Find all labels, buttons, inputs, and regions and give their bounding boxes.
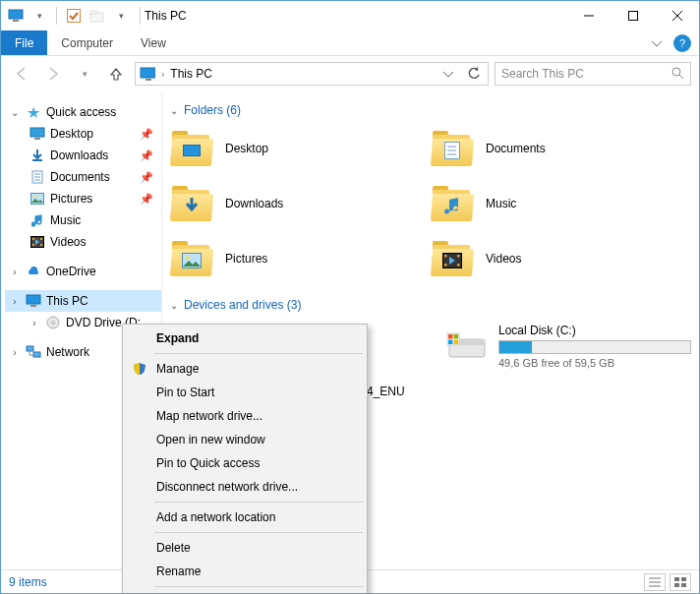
qat-dropdown-icon[interactable]: ▾	[29, 5, 50, 27]
up-button[interactable]	[103, 61, 129, 87]
menu-map-drive[interactable]: Map network drive...	[125, 404, 365, 428]
tree-downloads[interactable]: Downloads📌	[5, 145, 161, 166]
details-view-icon[interactable]	[644, 573, 666, 591]
label: Pictures	[225, 252, 267, 266]
folder-documents[interactable]: Documents	[431, 125, 691, 172]
folder-desktop[interactable]: Desktop	[170, 125, 431, 172]
icons-view-icon[interactable]	[670, 573, 691, 591]
svg-point-21	[34, 196, 37, 199]
svg-rect-43	[444, 264, 447, 267]
svg-rect-42	[444, 255, 447, 258]
folder-pictures[interactable]: Pictures	[170, 235, 431, 282]
refresh-icon[interactable]	[464, 67, 484, 81]
folder-music[interactable]: Music	[431, 180, 691, 227]
picture-icon	[29, 193, 46, 205]
maximize-button[interactable]	[611, 1, 655, 30]
address-dropdown-icon[interactable]	[438, 69, 458, 79]
menu-separator	[154, 586, 363, 587]
menu-pin-quick-access[interactable]: Pin to Quick access	[125, 451, 365, 475]
drives-section-header[interactable]: ⌄Devices and drives (3)	[162, 294, 699, 320]
properties-checkbox-icon[interactable]	[63, 5, 85, 27]
tree-pictures[interactable]: Pictures📌	[5, 188, 161, 209]
search-box[interactable]: Search This PC	[495, 62, 691, 86]
cloud-icon	[25, 266, 42, 277]
disc-icon	[44, 316, 62, 329]
svg-rect-32	[33, 352, 40, 357]
back-button[interactable]	[9, 61, 34, 87]
svg-rect-6	[628, 12, 637, 21]
svg-rect-14	[34, 138, 40, 140]
svg-line-12	[679, 75, 683, 79]
new-folder-icon[interactable]	[87, 5, 108, 27]
download-icon	[29, 148, 46, 162]
folders-section-header[interactable]: ⌄Folders (6)	[162, 99, 699, 125]
file-tab[interactable]: File	[1, 30, 47, 55]
drive-local-c[interactable]: Local Disk (C:) 49,6 GB free of 59,5 GB	[445, 324, 691, 369]
menu-separator	[154, 502, 363, 503]
close-button[interactable]	[655, 1, 699, 30]
svg-rect-31	[27, 346, 33, 351]
view-tab[interactable]: View	[127, 30, 180, 55]
desktop-icon	[29, 127, 46, 141]
folder-icon	[170, 241, 213, 276]
svg-rect-59	[681, 583, 686, 587]
label: This PC	[46, 294, 88, 308]
label: Videos	[50, 235, 86, 249]
svg-rect-0	[9, 10, 23, 19]
minimize-button[interactable]	[566, 1, 611, 30]
folder-downloads[interactable]: Downloads	[170, 180, 431, 227]
shield-icon	[131, 362, 148, 376]
tree-music[interactable]: Music	[5, 209, 161, 231]
tree-quick-access[interactable]: ⌄★Quick access	[5, 101, 161, 123]
document-icon	[29, 170, 46, 184]
menu-delete[interactable]: Delete	[125, 536, 365, 560]
svg-point-11	[672, 68, 680, 76]
forward-button[interactable]	[40, 61, 66, 87]
ribbon-expand-icon[interactable]	[646, 30, 668, 55]
svg-rect-57	[681, 577, 686, 581]
label: Devices and drives (3)	[184, 298, 301, 312]
pin-icon: 📌	[140, 149, 153, 162]
label: Desktop	[50, 127, 93, 141]
chevron-right-icon: ›	[9, 296, 21, 307]
tree-videos[interactable]: Videos	[5, 231, 161, 253]
chevron-down-icon: ⌄	[170, 300, 178, 311]
pc-icon[interactable]	[5, 5, 27, 27]
tree-desktop[interactable]: Desktop📌	[5, 123, 161, 145]
menu-separator	[154, 353, 363, 354]
tree-onedrive[interactable]: ›OneDrive	[5, 261, 161, 282]
label: Documents	[50, 170, 110, 184]
star-icon: ★	[25, 103, 42, 122]
svg-point-30	[52, 322, 55, 325]
menu-rename[interactable]: Rename	[125, 560, 365, 583]
status-item-count: 9 items	[9, 575, 47, 589]
label: OneDrive	[46, 265, 96, 278]
navigation-bar: ▾ › This PC Search This PC	[1, 56, 699, 91]
menu-properties[interactable]: Properties	[125, 590, 365, 594]
label: Videos	[486, 252, 521, 266]
menu-expand[interactable]: Expand	[125, 327, 365, 350]
menu-add-network-location[interactable]: Add a network location	[125, 505, 365, 529]
view-toggle	[644, 573, 691, 591]
qat-customize-icon[interactable]: ▾	[110, 5, 132, 27]
help-icon[interactable]: ?	[673, 34, 691, 52]
tree-documents[interactable]: Documents📌	[5, 166, 161, 188]
menu-manage[interactable]: Manage	[125, 357, 365, 381]
menu-open-new-window[interactable]: Open in new window	[125, 428, 365, 451]
search-placeholder: Search This PC	[501, 67, 584, 81]
pin-icon: 📌	[140, 193, 153, 206]
menu-disconnect-drive[interactable]: Disconnect network drive...	[125, 475, 365, 499]
svg-rect-27	[27, 295, 40, 304]
recent-dropdown[interactable]: ▾	[72, 61, 97, 87]
menu-pin-start[interactable]: Pin to Start	[125, 381, 365, 404]
tree-this-pc[interactable]: ›This PC	[5, 290, 161, 312]
ribbon-tabs: File Computer View ?	[1, 30, 699, 56]
label: Network	[46, 345, 89, 359]
label: Downloads	[50, 148, 108, 162]
computer-tab[interactable]: Computer	[47, 30, 127, 55]
address-bar[interactable]: › This PC	[135, 62, 489, 86]
folder-videos[interactable]: Videos	[431, 235, 691, 282]
svg-rect-56	[674, 577, 679, 581]
label: Documents	[486, 142, 546, 155]
svg-rect-44	[457, 255, 460, 258]
